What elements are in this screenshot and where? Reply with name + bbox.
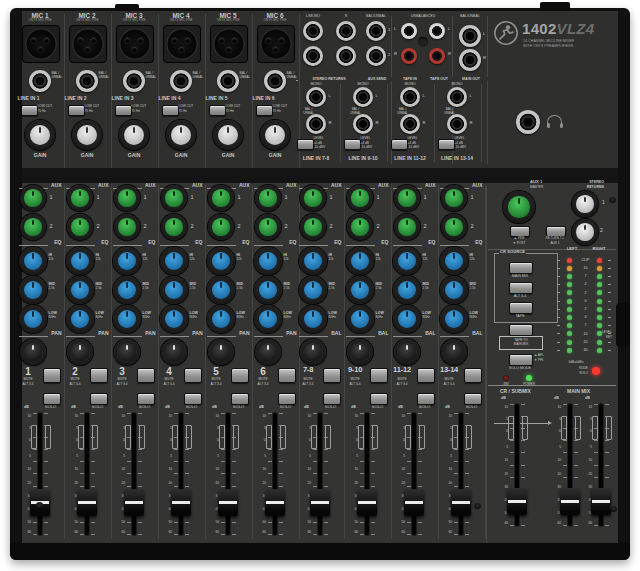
aux2-knob[interactable] <box>300 214 326 240</box>
eq-low-knob[interactable] <box>254 305 282 333</box>
eq-low-knob[interactable] <box>440 305 468 333</box>
eq-low-knob[interactable] <box>393 305 421 333</box>
fader-slot[interactable] <box>38 413 42 535</box>
aux1-knob[interactable] <box>394 185 420 211</box>
low-cut-button[interactable] <box>209 105 226 116</box>
fader-cap[interactable] <box>124 489 144 516</box>
eq-hi-knob[interactable] <box>254 247 282 275</box>
fader-cap[interactable] <box>357 489 377 516</box>
pan-knob[interactable] <box>300 339 326 365</box>
level-button[interactable] <box>344 139 361 150</box>
fader-slot[interactable] <box>273 413 277 535</box>
cr-source-main-mix-button[interactable] <box>509 262 533 274</box>
pan-knob[interactable] <box>67 339 93 365</box>
eq-mid-knob[interactable] <box>207 276 235 304</box>
aux1-knob[interactable] <box>347 185 373 211</box>
aux1-knob[interactable] <box>300 185 326 211</box>
mute-button[interactable] <box>90 368 108 383</box>
fader-slot[interactable] <box>85 413 89 535</box>
stereo-return-1-knob[interactable] <box>572 191 598 217</box>
fader-cap[interactable] <box>265 489 285 516</box>
tape-to-main-mix-button[interactable] <box>509 324 533 336</box>
aux1-knob[interactable] <box>255 185 281 211</box>
aux2-knob[interactable] <box>67 214 93 240</box>
aux1-knob[interactable] <box>67 185 93 211</box>
level-button[interactable] <box>297 139 314 150</box>
eq-hi-knob[interactable] <box>160 247 188 275</box>
eq-hi-knob[interactable] <box>393 247 421 275</box>
eq-low-knob[interactable] <box>160 305 188 333</box>
eq-mid-knob[interactable] <box>440 276 468 304</box>
pan-knob[interactable] <box>20 339 46 365</box>
aux2-knob[interactable] <box>208 214 234 240</box>
eq-hi-knob[interactable] <box>440 247 468 275</box>
pan-knob[interactable] <box>255 339 281 365</box>
fader-slot[interactable] <box>412 413 416 535</box>
fader-cap[interactable] <box>560 488 580 515</box>
cr-source-alt34-button[interactable] <box>509 282 533 294</box>
low-cut-button[interactable] <box>21 105 38 116</box>
gain-knob[interactable] <box>213 120 243 150</box>
aux2-knob[interactable] <box>255 214 281 240</box>
low-cut-button[interactable] <box>68 105 85 116</box>
aux2-knob[interactable] <box>441 214 467 240</box>
fader-cap[interactable] <box>591 488 611 515</box>
level-button[interactable] <box>438 139 455 150</box>
eq-mid-knob[interactable] <box>393 276 421 304</box>
low-cut-button[interactable] <box>256 105 273 116</box>
mute-button[interactable] <box>278 368 296 383</box>
eq-mid-knob[interactable] <box>346 276 374 304</box>
aux1-master-knob[interactable] <box>503 191 535 223</box>
mute-button[interactable] <box>370 368 388 383</box>
gain-knob[interactable] <box>166 120 196 150</box>
eq-hi-knob[interactable] <box>113 247 141 275</box>
fader-cap[interactable] <box>404 489 424 516</box>
low-cut-button[interactable] <box>115 105 132 116</box>
mute-button[interactable] <box>323 368 341 383</box>
fader-cap[interactable] <box>171 489 191 516</box>
eq-hi-knob[interactable] <box>299 247 327 275</box>
eq-hi-knob[interactable] <box>207 247 235 275</box>
aux2-knob[interactable] <box>394 214 420 240</box>
fader-slot[interactable] <box>365 413 369 535</box>
eq-hi-knob[interactable] <box>66 247 94 275</box>
fader-slot[interactable] <box>179 413 183 535</box>
eq-mid-knob[interactable] <box>160 276 188 304</box>
eq-mid-knob[interactable] <box>66 276 94 304</box>
level-button[interactable] <box>391 139 408 150</box>
aux1-knob[interactable] <box>441 185 467 211</box>
mute-button[interactable] <box>464 368 482 383</box>
eq-low-knob[interactable] <box>299 305 327 333</box>
gain-knob[interactable] <box>25 120 55 150</box>
eq-mid-knob[interactable] <box>19 276 47 304</box>
eq-low-knob[interactable] <box>113 305 141 333</box>
pan-knob[interactable] <box>347 339 373 365</box>
eq-mid-knob[interactable] <box>299 276 327 304</box>
mute-button[interactable] <box>43 368 61 383</box>
mute-button[interactable] <box>184 368 202 383</box>
fader-cap[interactable] <box>310 489 330 516</box>
eq-low-knob[interactable] <box>346 305 374 333</box>
pan-knob[interactable] <box>208 339 234 365</box>
fader-slot[interactable] <box>318 413 322 535</box>
gain-knob[interactable] <box>72 120 102 150</box>
gain-knob[interactable] <box>119 120 149 150</box>
solo-mode-button[interactable] <box>509 354 533 366</box>
fader-slot[interactable] <box>226 413 230 535</box>
fader-cap[interactable] <box>218 489 238 516</box>
pan-knob[interactable] <box>394 339 420 365</box>
eq-low-knob[interactable] <box>19 305 47 333</box>
cr-source-tape-button[interactable] <box>509 302 533 314</box>
aux2-knob[interactable] <box>347 214 373 240</box>
pan-knob[interactable] <box>161 339 187 365</box>
aux1-knob[interactable] <box>114 185 140 211</box>
eq-low-knob[interactable] <box>66 305 94 333</box>
eq-mid-knob[interactable] <box>113 276 141 304</box>
aux2-knob[interactable] <box>114 214 140 240</box>
mute-button[interactable] <box>417 368 435 383</box>
mute-button[interactable] <box>137 368 155 383</box>
aux1-knob[interactable] <box>208 185 234 211</box>
aux1-knob[interactable] <box>161 185 187 211</box>
fader-cap[interactable] <box>77 489 97 516</box>
pan-knob[interactable] <box>114 339 140 365</box>
